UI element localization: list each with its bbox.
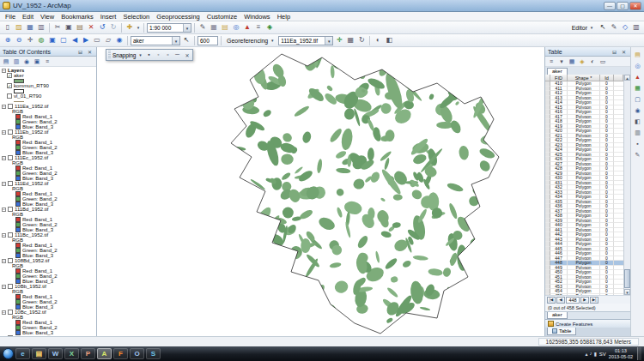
point-snapping-icon[interactable]: ▪ bbox=[144, 51, 153, 59]
table-tab-aker[interactable]: aker bbox=[547, 68, 568, 75]
toolbox-dock-icon[interactable]: ▲ bbox=[633, 72, 642, 81]
rotate-raster-icon[interactable]: ↻ bbox=[356, 35, 367, 45]
menu-selection[interactable]: Selection bbox=[119, 12, 153, 21]
move-first-button[interactable]: |◀ bbox=[547, 297, 556, 304]
search-window-icon[interactable]: ◎ bbox=[231, 22, 241, 33]
python-window-icon[interactable]: ≡ bbox=[253, 22, 264, 33]
modelbuilder-icon[interactable]: ◈ bbox=[264, 22, 275, 33]
move-previous-button[interactable]: ◀ bbox=[556, 297, 565, 304]
move-next-button[interactable]: ▶ bbox=[580, 297, 589, 304]
expand-collapse-icon[interactable]: − bbox=[2, 69, 6, 73]
chevron-down-icon[interactable]: ▾ bbox=[183, 24, 191, 32]
menu-edit[interactable]: Edit bbox=[19, 12, 37, 21]
edit-vertices-icon[interactable]: ◇ bbox=[620, 22, 630, 33]
map-canvas[interactable] bbox=[97, 47, 544, 336]
table-options-icon[interactable]: ≡ bbox=[547, 57, 556, 66]
edit-arrow-icon[interactable]: ↖ bbox=[598, 22, 608, 33]
table-close-icon[interactable]: ✕ bbox=[620, 49, 628, 55]
georeferencing-menu[interactable]: Georeferencing▾ bbox=[224, 38, 277, 44]
expand-collapse-icon[interactable]: − bbox=[2, 182, 6, 186]
attribute-grid[interactable]: FIDShape *Id 410Polygon0411Polygon0412Po… bbox=[545, 75, 623, 295]
chevron-down-icon[interactable]: ▾ bbox=[137, 52, 143, 57]
tray-expand-icon[interactable]: ▴ bbox=[586, 351, 588, 357]
internet-explorer-icon[interactable]: e bbox=[15, 348, 30, 359]
catalog-window-icon[interactable]: ▤ bbox=[220, 22, 230, 33]
scale-combo[interactable]: 1:90 000▾ bbox=[147, 23, 191, 33]
next-extent-icon[interactable]: ▶ bbox=[81, 35, 91, 45]
add-data-icon[interactable]: ✚ bbox=[125, 22, 135, 33]
start-button[interactable] bbox=[3, 348, 14, 359]
fixed-zoom-in-icon[interactable]: ▣ bbox=[47, 35, 58, 45]
move-last-button[interactable]: ▶| bbox=[590, 297, 598, 304]
image-analysis-dock-icon[interactable]: ▦ bbox=[633, 83, 642, 93]
fixed-zoom-out-icon[interactable]: ▢ bbox=[58, 35, 69, 45]
layer-name-aker[interactable]: aker bbox=[14, 73, 24, 78]
scroll-up-icon[interactable]: ▲ bbox=[624, 75, 630, 81]
word-icon[interactable]: W bbox=[48, 348, 63, 359]
firefox-icon[interactable]: F bbox=[113, 348, 128, 359]
add-data-icon-dropdown[interactable]: ▾ bbox=[136, 25, 141, 30]
list-by-selection-icon[interactable]: ▣ bbox=[33, 57, 41, 66]
edit-attributes-icon[interactable]: ▥ bbox=[631, 22, 641, 33]
expand-collapse-icon[interactable]: − bbox=[2, 285, 6, 289]
edge-snapping-icon[interactable]: ─ bbox=[173, 51, 181, 59]
windows-explorer-icon[interactable]: ▤ bbox=[32, 348, 46, 359]
table-vertical-scrollbar[interactable]: ▲ ▼ bbox=[623, 75, 630, 295]
zoom-in-icon[interactable]: ⊕ bbox=[3, 35, 13, 45]
select-elements-icon[interactable]: ↖ bbox=[181, 35, 191, 45]
previous-extent-icon[interactable]: ◀ bbox=[70, 35, 80, 45]
layer-combo[interactable]: aker▾ bbox=[131, 36, 180, 45]
copy-icon[interactable]: ▣ bbox=[64, 22, 74, 33]
create-features-bar[interactable]: Create Features bbox=[545, 319, 630, 328]
table-options-dropdown-icon[interactable]: ▾ bbox=[557, 57, 566, 66]
toolbar-grip[interactable] bbox=[108, 51, 111, 59]
toc-pin-icon[interactable]: ⊟ bbox=[76, 49, 84, 55]
scroll-thumb[interactable] bbox=[624, 269, 630, 288]
effects-icon[interactable]: ◐ bbox=[373, 35, 383, 45]
editor-menu[interactable]: Editor▾ bbox=[569, 25, 597, 31]
arctoolbox-icon[interactable]: ▲ bbox=[242, 22, 252, 33]
catalog-dock-icon[interactable]: ▤ bbox=[633, 50, 642, 59]
list-by-visibility-icon[interactable]: ◉ bbox=[22, 57, 31, 66]
menu-insert[interactable]: Insert bbox=[97, 12, 120, 21]
outlook-icon[interactable]: O bbox=[130, 348, 144, 359]
expand-collapse-icon[interactable]: − bbox=[2, 259, 6, 263]
pixel-inspector-dock-icon[interactable]: ▥ bbox=[633, 128, 642, 137]
layer-checkbox[interactable]: ✓ bbox=[7, 73, 12, 78]
table-window-icon[interactable]: ▦ bbox=[209, 22, 219, 33]
viewer-dock-icon[interactable]: ◧ bbox=[633, 117, 642, 126]
chevron-down-icon[interactable]: ▾ bbox=[325, 37, 332, 45]
annotation-dock-icon[interactable]: ✎ bbox=[633, 150, 642, 159]
magnifier-dock-icon[interactable]: ◉ bbox=[633, 105, 642, 115]
layer-name-kommun_RT90[interactable]: kommun_RT90 bbox=[14, 83, 49, 88]
table-bottom-tab-aker[interactable]: aker bbox=[547, 312, 568, 319]
cut-icon[interactable]: ✂ bbox=[52, 22, 63, 33]
list-by-source-icon[interactable]: ▥ bbox=[12, 57, 21, 66]
show-desktop-button[interactable] bbox=[637, 347, 641, 360]
end-snapping-icon[interactable]: ◦ bbox=[154, 51, 162, 59]
layer-name-vl_01_RT90[interactable]: vl_01_RT90 bbox=[14, 93, 41, 99]
menu-customize[interactable]: Customize bbox=[204, 12, 240, 21]
column-header-id[interactable]: Id bbox=[600, 75, 614, 81]
snapping-menu[interactable]: Snapping bbox=[112, 52, 136, 58]
full-extent-icon[interactable]: ◍ bbox=[36, 35, 46, 45]
map-view[interactable]: Snapping ▾ ▪◦▫─ ✕ bbox=[97, 47, 544, 336]
record-input[interactable]: 448 bbox=[566, 297, 580, 304]
column-header-fid[interactable]: FID bbox=[550, 75, 568, 81]
identify-icon[interactable]: ◉ bbox=[114, 35, 125, 45]
snapping-close-icon[interactable]: ✕ bbox=[183, 52, 191, 58]
expand-collapse-icon[interactable]: − bbox=[2, 130, 6, 135]
minimize-button[interactable]: — bbox=[604, 2, 616, 10]
switch-selection-icon[interactable]: ◐ bbox=[588, 57, 597, 66]
vertex-snapping-icon[interactable]: ▫ bbox=[163, 51, 172, 59]
list-by-drawing-order-icon[interactable]: ▤ bbox=[2, 57, 10, 66]
paste-icon[interactable]: ▤ bbox=[75, 22, 85, 33]
column-header-shape[interactable]: Shape * bbox=[568, 75, 600, 81]
excel-icon[interactable]: X bbox=[64, 348, 79, 359]
link-table-icon[interactable]: ▦ bbox=[345, 35, 355, 45]
redo-icon[interactable]: ↻ bbox=[108, 22, 118, 33]
editor-pencil-icon[interactable]: ✎ bbox=[197, 22, 208, 33]
edit-sketch-icon[interactable]: ✎ bbox=[609, 22, 619, 33]
language-indicator[interactable]: SV bbox=[599, 352, 606, 357]
menu-bookmarks[interactable]: Bookmarks bbox=[58, 12, 97, 21]
